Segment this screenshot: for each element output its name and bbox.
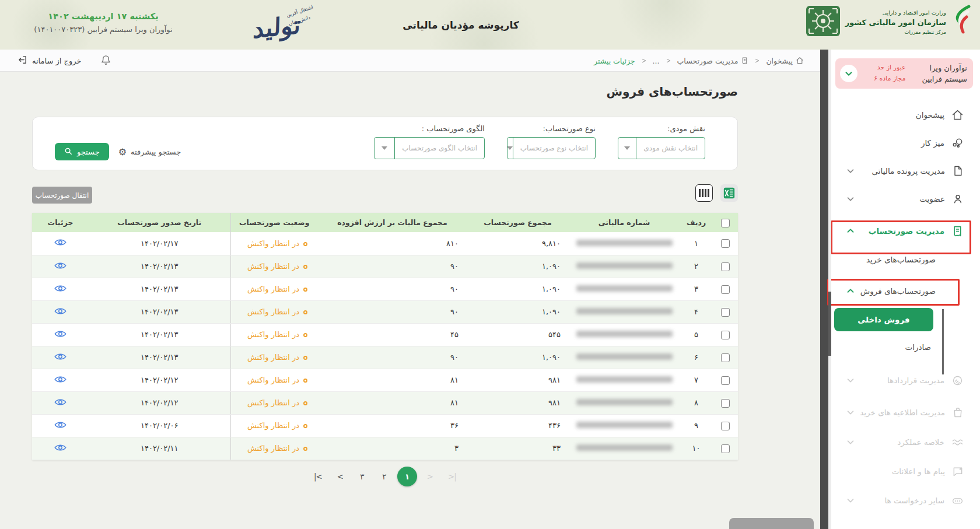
pagination-prev[interactable]: < <box>331 467 349 486</box>
table-header-row: ردیف شماره مالیاتی مجموع صورتحساب مجموع … <box>32 213 738 232</box>
sidebar-item-exports[interactable]: صادرات <box>828 337 980 357</box>
clipped-invoice-button[interactable]: صورتحساب <box>729 518 814 529</box>
tax-number-cell <box>569 369 680 391</box>
sidebar-item-label: مدیریت پرونده مالیاتی <box>872 166 945 176</box>
pagination-page-2[interactable]: ۲ <box>375 467 394 486</box>
sidebar-item-tax-file-management[interactable]: مدیریت پرونده مالیاتی <box>828 161 980 181</box>
chevron-down-icon[interactable] <box>840 65 858 82</box>
user-badge-company: نوآوران ویرا سیستم فرابین <box>922 62 967 85</box>
sidebar-item-purchase-invoices[interactable]: صورتحساب‌های خرید <box>828 250 980 269</box>
shopping-bag-icon <box>952 407 964 418</box>
invoice-type-label: نوع صورتحساب: <box>543 124 596 133</box>
transfer-invoice-button[interactable]: انتقال صورتحساب <box>32 187 92 204</box>
details-eye-icon[interactable] <box>54 421 66 429</box>
row-checkbox[interactable] <box>721 376 730 385</box>
select-all-checkbox[interactable] <box>721 219 730 227</box>
details-eye-icon[interactable] <box>54 238 66 247</box>
pagination: |< < ۳ ۲ ۱ > >| <box>32 467 738 486</box>
invoice-total: ۱,۰۹۰ <box>467 255 569 278</box>
ministry-line1: وزارت امور اقتصاد و دارایی <box>845 9 946 17</box>
export-excel-button[interactable] <box>720 184 738 202</box>
row-checkbox[interactable] <box>721 422 730 430</box>
vat-total: ۹۰ <box>318 278 467 300</box>
sidebar-scrollbar[interactable] <box>828 50 831 529</box>
taxpayer-role-select[interactable]: انتخاب نقش مودی <box>618 137 705 159</box>
invoice-pattern-placeholder: انتخاب الگوی صورتحساب <box>395 144 484 152</box>
sidebar-item-domestic-sales[interactable]: فروش داخلی <box>834 308 933 331</box>
status-dot-icon <box>303 447 307 451</box>
issue-date: ۱۴۰۲/۰۲/۱۳ <box>89 346 230 369</box>
details-eye-icon[interactable] <box>54 398 66 407</box>
logout-button[interactable]: خروج از سامانه <box>18 50 81 72</box>
tax-number-cell <box>569 437 680 460</box>
column-settings-button[interactable] <box>695 184 713 202</box>
secondary-toolbar: خروج از سامانه پیشخوان < <box>0 50 820 72</box>
details-cell <box>32 300 89 323</box>
details-eye-icon[interactable] <box>54 307 66 316</box>
government-logo: وزارت امور اقتصاد و دارایی سازمان امور م… <box>806 4 971 40</box>
details-eye-icon[interactable] <box>54 443 66 452</box>
notifications-bell-icon[interactable] <box>100 54 111 68</box>
sidebar-item-label: مدیریت صورتحساب <box>869 226 944 236</box>
row-checkbox[interactable] <box>721 444 730 453</box>
sidebar-item-dashboard[interactable]: پیشخوان <box>828 105 980 125</box>
chevron-up-icon <box>846 226 855 236</box>
iran-flag-ribbon-icon <box>951 4 971 40</box>
chevron-up-icon <box>846 286 855 296</box>
row-checkbox[interactable] <box>721 331 730 339</box>
chevron-down-icon <box>618 138 636 159</box>
filter-card: نقش مودی: انتخاب نقش مودی نوع صورتحساب: … <box>32 117 738 170</box>
details-eye-icon[interactable] <box>54 352 66 361</box>
tax-number-redacted <box>576 422 673 428</box>
sidebar-item-sales-invoices[interactable]: صورتحساب‌های فروش <box>828 281 980 301</box>
breadcrumb-ellipsis[interactable]: ... <box>653 57 660 65</box>
sidebar-item-workdesk[interactable]: میز کار <box>828 133 980 153</box>
row-checkbox[interactable] <box>721 239 730 248</box>
search-label: جستجو <box>77 148 100 156</box>
invoice-type-select[interactable]: انتخاب نوع صورتحساب <box>507 137 596 159</box>
status-dot-icon <box>303 401 307 405</box>
details-cell <box>32 232 89 255</box>
pagination-next: > <box>421 467 439 486</box>
breadcrumb-invoice-management[interactable]: مدیریت صورتحساب <box>677 57 749 65</box>
issue-date: ۱۴۰۲/۰۲/۱۳ <box>89 300 230 323</box>
col-vat-total: مجموع مالیات بر ارزش افزوده <box>318 213 467 232</box>
row-checkbox[interactable] <box>721 353 730 362</box>
invoice-total: ۵۴۵ <box>467 323 569 346</box>
details-eye-icon[interactable] <box>54 375 66 384</box>
details-eye-icon[interactable] <box>54 261 66 270</box>
row-checkbox-cell <box>713 391 738 414</box>
row-checkbox[interactable] <box>721 399 730 408</box>
sidebar-item-membership[interactable]: عضویت <box>828 189 980 209</box>
sidebar-item-label: میز کار <box>921 138 944 148</box>
advanced-search-button[interactable]: جستجو پیشرفته ⚙ <box>118 146 181 157</box>
sidebar-item-label: مدیریت اطلاعیه های خرید <box>860 408 945 417</box>
pagination-first[interactable]: |< <box>309 467 327 486</box>
row-checkbox[interactable] <box>721 262 730 271</box>
content-scrollbar[interactable] <box>820 50 828 529</box>
breadcrumb-home[interactable]: پیشخوان <box>766 57 804 65</box>
table-row: ۵ ۵۴۵ ۴۵ در انتظار واکنش ۱۴۰۲/۰۲/۱۳ <box>32 323 738 346</box>
sidebar-item-invoice-management[interactable]: مدیریت صورتحساب <box>828 221 980 241</box>
row-number: ۷ <box>680 369 713 391</box>
invoice-pattern-select[interactable]: انتخاب الگوی صورتحساب <box>374 137 485 159</box>
pagination-page-3[interactable]: ۳ <box>353 467 372 486</box>
user-badge[interactable]: نوآوران ویرا سیستم فرابین عبور از حد مجا… <box>835 58 973 89</box>
invoice-type-placeholder: انتخاب نوع صورتحساب <box>513 144 595 152</box>
row-checkbox[interactable] <box>721 285 730 294</box>
details-eye-icon[interactable] <box>54 284 66 293</box>
col-issue-date: تاریخ صدور صورتحساب <box>89 213 230 232</box>
row-checkbox-cell <box>713 300 738 323</box>
tax-number-cell <box>569 414 680 437</box>
status-dot-icon <box>303 424 307 428</box>
status-dot-icon <box>303 288 307 292</box>
sidebar-item-label: خلاصه عملکرد <box>897 437 944 447</box>
issue-date: ۱۴۰۲/۰۲/۱۲ <box>89 369 230 391</box>
sidebar-item-label: مدیریت قراردادها <box>887 376 944 385</box>
row-checkbox[interactable] <box>721 308 730 317</box>
search-button[interactable]: جستجو <box>55 143 109 160</box>
invoice-status: در انتظار واکنش <box>230 278 318 300</box>
pagination-page-1-current[interactable]: ۱ <box>397 467 417 486</box>
details-eye-icon[interactable] <box>54 330 66 338</box>
row-number: ۱ <box>680 232 713 255</box>
